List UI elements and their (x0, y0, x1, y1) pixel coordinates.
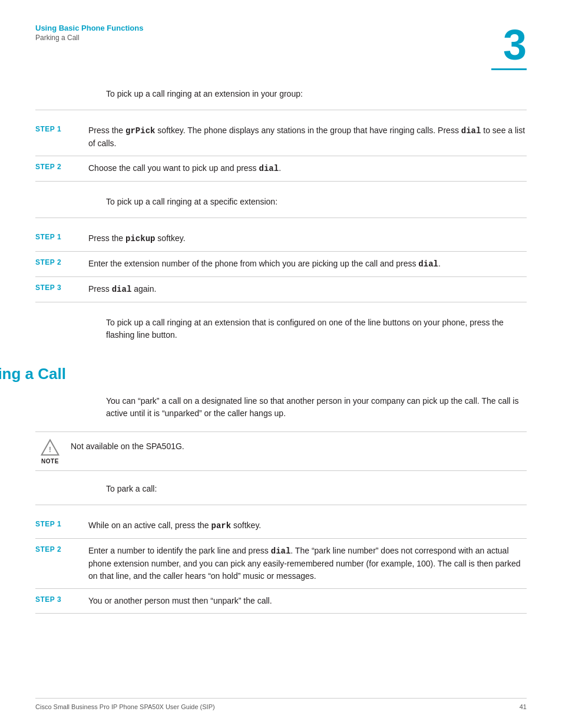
group-steps-top-sep (35, 110, 527, 110)
step-label-s2: STEP 2 (35, 258, 82, 266)
step-num-s2: 2 (57, 258, 61, 266)
step-label-p3: STEP 3 (35, 595, 82, 604)
note-block: ! NOTE Not available on the SPA501G. (35, 431, 527, 471)
park-steps-top-sep (35, 505, 527, 505)
step-word-s3: STEP (35, 284, 55, 292)
table-row: STEP 2 Choose the call you want to pick … (35, 156, 527, 182)
table-row: STEP 3 You or another person must then “… (35, 589, 527, 614)
code-dial-g2: dial (259, 164, 279, 173)
header-left: Using Basic Phone Functions Parking a Ca… (35, 24, 143, 42)
step-content-s2: Enter the extension number of the phone … (82, 258, 527, 271)
table-row: STEP 2 Enter a number to identify the pa… (35, 539, 527, 589)
step-word-s2: STEP (35, 258, 55, 266)
step-content-s1: Press the pickup softkey. (82, 232, 527, 245)
step-content-s3: Press dial again. (82, 283, 527, 296)
note-label: NOTE (41, 458, 59, 465)
step-word-g1: STEP (35, 125, 55, 133)
chapter-title: Using Basic Phone Functions (35, 24, 143, 32)
intro-group-text: To pick up a call ringing at an extensio… (106, 88, 527, 100)
footer-left-text: Cisco Small Business Pro IP Phone SPA50X… (35, 703, 215, 710)
code-dial-p2: dial (271, 546, 291, 556)
step-word-s1: STEP (35, 233, 55, 241)
step-num-g2: 2 (57, 163, 61, 171)
step-num-g1: 1 (57, 125, 61, 133)
caution-icon: ! (41, 438, 59, 457)
code-pickup: pickup (125, 234, 155, 243)
table-row: STEP 3 Press dial again. (35, 277, 527, 302)
chapter-number: 3 (503, 24, 527, 66)
note-icon-area: ! NOTE (35, 438, 65, 465)
table-row: STEP 1 While on an active call, press th… (35, 513, 527, 539)
code-dial-s3: dial (112, 285, 132, 294)
footer-page-number: 41 (520, 703, 527, 710)
step-content-g1: Press the grPick softkey. The phone disp… (82, 124, 527, 150)
step-label-s3: STEP 3 (35, 283, 82, 292)
chapter-number-block: 3 (491, 24, 527, 70)
step-num-p1: 1 (57, 520, 61, 528)
step-label-g2: STEP 2 (35, 162, 82, 171)
step-content-p2: Enter a number to identify the park line… (82, 545, 527, 582)
spacer1 (106, 182, 527, 196)
step-label-s1: STEP 1 (35, 232, 82, 241)
step-label-g1: STEP 1 (35, 124, 82, 133)
intro-line-button-text: To pick up a call ringing at an extensio… (106, 317, 527, 341)
step-word-p2: STEP (35, 545, 55, 554)
content-area-parking: You can “park” a call on a designated li… (106, 395, 527, 614)
step-word-p3: STEP (35, 595, 55, 604)
code-grpick: grPick (125, 126, 155, 136)
step-num-p2: 2 (57, 545, 61, 554)
table-row: STEP 1 Press the pickup softkey. (35, 226, 527, 252)
specific-steps-top-sep (35, 218, 527, 218)
step-word-p1: STEP (35, 520, 55, 528)
page-footer: Cisco Small Business Pro IP Phone SPA50X… (35, 698, 527, 710)
chapter-number-underline (491, 68, 527, 70)
chapter-subtitle: Parking a Call (35, 34, 143, 42)
page-header: Using Basic Phone Functions Parking a Ca… (35, 24, 527, 70)
content-area: To pick up a call ringing at an extensio… (106, 88, 527, 341)
step-word-g2: STEP (35, 163, 55, 171)
step-num-s1: 1 (57, 233, 61, 241)
intro-park-text: To park a call: (106, 483, 527, 495)
step-num-p3: 3 (57, 595, 61, 604)
note-content-text: Not available on the SPA501G. (65, 438, 184, 453)
section-heading-parking: Parking a Call (0, 365, 527, 383)
code-dial-g1: dial (461, 126, 481, 136)
step-content-p1: While on an active call, press the park … (82, 519, 527, 532)
parking-intro-text: You can “park” a call on a designated li… (106, 395, 527, 420)
table-row: STEP 1 Press the grPick softkey. The pho… (35, 118, 527, 156)
code-park: park (211, 521, 232, 531)
code-dial-s2: dial (418, 259, 438, 269)
svg-text:!: ! (49, 445, 51, 454)
spacer2 (106, 302, 527, 317)
step-num-s3: 3 (57, 284, 61, 292)
step-label-p2: STEP 2 (35, 545, 82, 554)
step-label-p1: STEP 1 (35, 519, 82, 528)
intro-specific-text: To pick up a call ringing at a specific … (106, 196, 527, 208)
step-content-g2: Choose the call you want to pick up and … (82, 162, 527, 175)
table-row: STEP 2 Enter the extension number of the… (35, 252, 527, 277)
step-content-p3: You or another person must then “unpark”… (82, 595, 527, 607)
page-container: Using Basic Phone Functions Parking a Ca… (0, 0, 562, 728)
